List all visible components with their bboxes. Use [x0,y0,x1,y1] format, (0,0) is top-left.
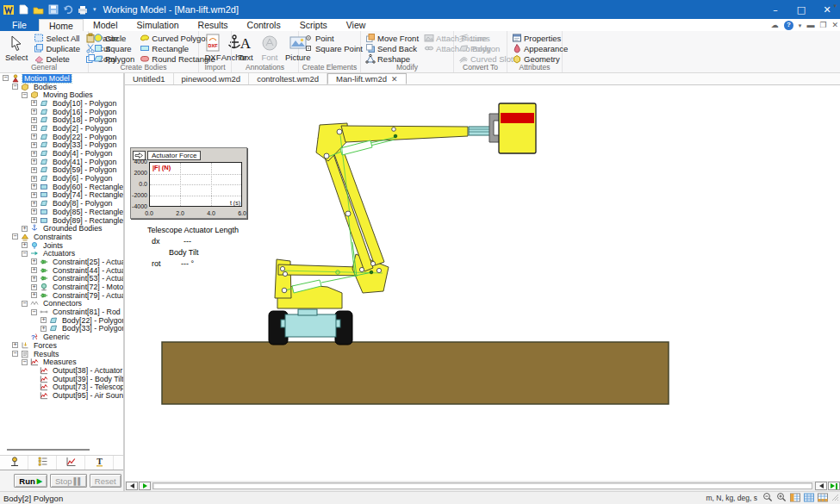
tree-item-moving-bodies[interactable]: −Moving Bodies [0,90,123,99]
tree-item-body-10-polygon[interactable]: +Body[10] - Polygon [0,99,123,108]
tree-expander[interactable]: + [22,226,28,232]
chassis-body[interactable] [285,314,336,337]
tree-item-results[interactable]: −Results [0,350,123,358]
tree-horizontal-scrollbar[interactable] [2,447,120,452]
tree-item-generic[interactable]: ?Generic [0,333,123,341]
tree-expander[interactable]: + [31,276,37,282]
tree-item-body-18-polygon[interactable]: +Body[18] - Polygon [0,115,123,124]
tree-expander[interactable]: + [31,100,37,106]
mdi-minimize-icon[interactable]: ▬ [806,22,814,29]
resize-grip[interactable] [831,494,839,503]
tree-item-constraint-25-actuator[interactable]: +Constraint[25] - Actuator [0,258,123,266]
tree-expander[interactable]: − [22,251,28,257]
tree-item-body-16-polygon[interactable]: +Body[16] - Polygon [0,108,123,116]
tree-item-body-22-polygon[interactable]: +Body[22] - Polygon [0,316,123,325]
basket-body[interactable] [499,103,536,153]
tape-play-button[interactable] [139,482,151,490]
tree-expander[interactable]: + [40,317,47,323]
tree-item-joints[interactable]: +Joints [0,241,123,250]
tree-expander[interactable]: + [31,117,37,123]
tree-expander[interactable]: + [31,192,37,198]
document-tab-pinewood-wm2d[interactable]: pinewood.wm2d [174,73,250,84]
tree-expander[interactable]: − [22,92,28,98]
qat-caret-icon[interactable]: ▾ [93,6,96,13]
tree-expander[interactable]: + [31,208,37,215]
menu-tab-view[interactable]: View [337,19,376,31]
menu-tab-results[interactable]: Results [189,19,238,31]
tree-expander[interactable]: − [12,84,18,90]
move-front-button[interactable]: Move Front [364,33,420,43]
duplicate-button[interactable]: Duplicate [32,43,82,53]
tape-step-forward-button[interactable] [815,482,827,490]
tree-item-body-89-rectangle[interactable]: +Body[89] - Rectangle [0,216,123,225]
tree-expander[interactable]: + [31,167,37,173]
appearance-button[interactable]: Appearance [510,43,569,53]
menu-tab-home[interactable]: Home [39,19,84,31]
tree-item-body-4-polygon[interactable]: +Body[4] - Polygon [0,149,123,158]
upper-boom-body[interactable] [341,126,468,142]
tree-item-body-6-polygon[interactable]: +Body[6] - Polygon [0,174,123,183]
properties-button[interactable]: Properties [510,33,569,43]
tape-scroll-track[interactable] [152,482,812,489]
tree-expander[interactable]: + [31,267,37,273]
new-file-icon[interactable] [18,4,29,16]
tree-expander[interactable]: + [22,242,28,248]
tree-item-body-60-rectangle[interactable]: +Body[60] - Rectangle [0,183,123,191]
tree-item-constraints[interactable]: −Constraints [0,233,123,241]
tree-item-actuators[interactable]: −Actuators [0,249,123,258]
menu-tab-simulation[interactable]: Simulation [128,19,189,31]
turntable-body[interactable] [298,309,317,315]
tree-expander[interactable]: + [31,184,37,190]
scrollbar-thumb[interactable] [7,449,90,451]
tree-expander[interactable]: + [31,151,37,157]
tree-expander[interactable]: + [31,201,37,207]
document-tab-man-lift-wm2d[interactable]: Man-lift.wm2d✕ [327,73,407,84]
tree-item-constraint-81-rod[interactable]: −Constraint[81] - Rod [0,308,123,316]
font-button[interactable]: Font [258,33,281,63]
tree-item-body-22-polygon[interactable]: +Body[22] - Polygon [0,133,123,141]
lines-button[interactable]: Lines [457,33,515,43]
tree-item-output-73-telescope-actu[interactable]: Output[73] - Telescope Actu [0,383,123,391]
menu-tab-scripts[interactable]: Scripts [290,19,337,31]
tree-item-output-38-actuator-force[interactable]: Output[38] - Actuator Force [0,366,123,375]
tree-item-output-95-air-sound-of-p[interactable]: Output[95] - Air Sound of P [0,391,123,400]
tree-expander[interactable]: + [31,217,37,223]
polygon-button[interactable]: Polygon [457,43,515,53]
grid-snap-icon[interactable] [790,493,800,504]
tree-expander[interactable]: + [31,142,37,148]
tab-overflow-icon[interactable]: ▾ [833,3,837,9]
model-tree-tab[interactable] [0,456,28,470]
minimize-button[interactable]: – [762,0,788,19]
rot-label[interactable]: rot [152,259,161,268]
menu-tab-controls[interactable]: Controls [238,19,290,31]
ribbon-options-caret-icon[interactable]: ▾ [799,22,802,28]
help-icon[interactable]: ? [784,21,793,30]
tree-item-body-74-rectangle[interactable]: +Body[74] - Rectangle [0,191,123,200]
touch-mode-icon[interactable]: ☁ [771,22,779,29]
tree-item-body-33-polygon[interactable]: +Body[33] - Polygon [0,141,123,150]
body-tilt-title[interactable]: Body Tilt [169,248,199,257]
tree-expander[interactable]: − [3,75,9,81]
tree-item-motion-model[interactable]: −Motion Model [0,74,123,83]
tape-step-back-button[interactable] [126,482,138,490]
grid-axes-icon[interactable] [818,493,828,504]
tree-expander[interactable]: + [31,284,37,290]
meter-window-actuator-force[interactable]: Actuator Force |F| (N) 400020000.0-2000-… [130,147,247,219]
telescope-body[interactable] [469,127,491,135]
mdi-close-icon[interactable]: ✕ [831,22,838,29]
tree-expander[interactable]: + [31,258,37,264]
tree-item-body-85-rectangle[interactable]: +Body[85] - Rectangle [0,208,123,216]
text-view-tab[interactable]: T [85,456,114,470]
tree-expander[interactable]: − [22,359,28,365]
tree-expander[interactable]: − [12,233,18,240]
tree-item-constraint-79-actuator[interactable]: +Constraint[79] - Actuator [0,291,123,300]
tree-expander[interactable]: − [22,301,28,307]
reset-button[interactable]: Reset [90,474,121,488]
grid-lines-icon[interactable] [804,493,814,504]
run-button[interactable]: Run▶ [14,474,47,488]
undo-icon[interactable] [62,4,73,16]
tape-end-button[interactable] [828,482,840,490]
tree-expander[interactable]: + [31,159,37,165]
tree-item-measures[interactable]: −Measures [0,358,123,366]
print-icon[interactable] [77,4,88,16]
